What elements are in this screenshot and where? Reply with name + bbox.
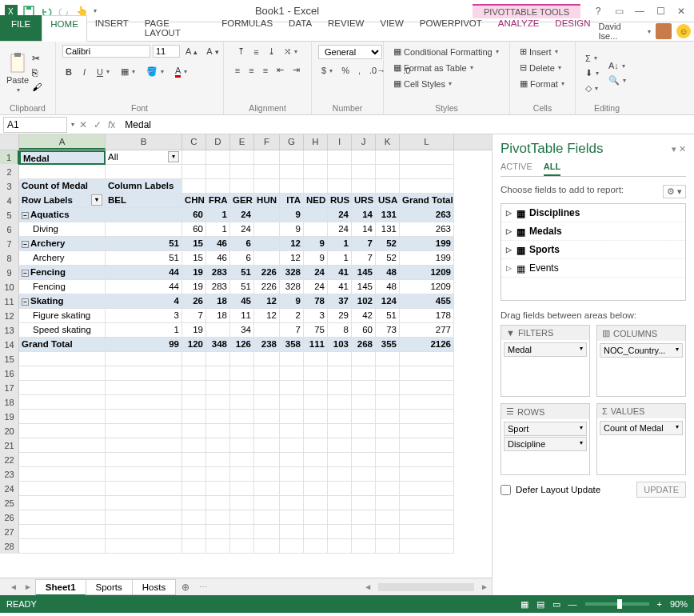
pane-tab-active[interactable]: ACTIVE (501, 162, 532, 176)
cell[interactable]: 34 (230, 323, 254, 338)
cell[interactable] (304, 165, 328, 179)
cell[interactable]: 37 (328, 294, 352, 309)
cell[interactable] (400, 179, 454, 194)
cell[interactable] (304, 352, 328, 366)
font-color-button[interactable]: A▾ (172, 64, 190, 79)
cell[interactable] (254, 410, 280, 424)
cell[interactable]: 328 (280, 280, 304, 294)
row-header[interactable]: 22 (0, 453, 19, 467)
columns-area[interactable]: ▥COLUMNS NOC_Country...▾ (596, 325, 686, 397)
cell[interactable] (182, 496, 206, 510)
cell[interactable] (230, 165, 254, 179)
cell[interactable] (106, 165, 182, 179)
cell[interactable] (206, 395, 230, 410)
scroll-left-icon[interactable]: ◄ (361, 582, 375, 591)
cell[interactable]: 15 (182, 237, 206, 251)
cell[interactable] (304, 208, 328, 222)
italic-button[interactable]: I (80, 64, 89, 79)
cell[interactable]: −Fencing (19, 266, 106, 280)
cell[interactable] (19, 410, 106, 424)
cell[interactable] (206, 410, 230, 424)
cell[interactable] (304, 496, 328, 510)
cell[interactable]: 102 (352, 294, 376, 309)
cell[interactable]: Diving (19, 222, 106, 237)
cell[interactable]: 455 (400, 294, 454, 309)
cell[interactable] (254, 496, 280, 510)
field-item[interactable]: ▷▦Sports (501, 241, 685, 259)
cell[interactable] (230, 453, 254, 467)
cell[interactable] (230, 366, 254, 381)
cell[interactable] (254, 438, 280, 453)
row-header[interactable]: 23 (0, 467, 19, 482)
cell[interactable] (376, 424, 400, 438)
cell[interactable] (328, 352, 352, 366)
cell[interactable]: 131 (376, 222, 400, 237)
cell[interactable]: 6 (230, 237, 254, 251)
cell[interactable] (352, 395, 376, 410)
cell[interactable] (106, 366, 182, 381)
cell[interactable] (352, 165, 376, 179)
cell[interactable] (182, 438, 206, 453)
cell[interactable] (106, 395, 182, 410)
cell[interactable] (400, 366, 454, 381)
row-header[interactable]: 18 (0, 395, 19, 410)
cell[interactable] (280, 410, 304, 424)
field-item[interactable]: ▷▦Medals (501, 222, 685, 241)
cell[interactable] (106, 482, 182, 496)
cell[interactable]: 15 (182, 251, 206, 266)
align-left-icon[interactable]: ≡ (232, 63, 243, 77)
cell[interactable]: 238 (254, 338, 280, 352)
cell[interactable]: BEL (106, 194, 182, 208)
cell[interactable]: 6 (230, 251, 254, 266)
cell[interactable] (400, 467, 454, 482)
cell[interactable]: 226 (254, 266, 280, 280)
cell[interactable] (400, 424, 454, 438)
area-field-item[interactable]: Sport▾ (504, 422, 587, 436)
cell[interactable] (376, 496, 400, 510)
cell[interactable] (106, 410, 182, 424)
cell[interactable] (352, 453, 376, 467)
cell[interactable] (400, 496, 454, 510)
cell[interactable] (106, 510, 182, 525)
cell[interactable]: 51 (106, 251, 182, 266)
cell[interactable]: 7 (182, 309, 206, 323)
cell[interactable] (304, 539, 328, 554)
cell[interactable] (182, 165, 206, 179)
cell[interactable]: 12 (254, 294, 280, 309)
cell[interactable]: 2126 (400, 338, 454, 352)
cell[interactable] (352, 366, 376, 381)
cell[interactable] (230, 467, 254, 482)
row-header[interactable]: 13 (0, 323, 19, 338)
cell[interactable] (376, 165, 400, 179)
cell[interactable]: 24 (304, 266, 328, 280)
cell[interactable]: 283 (206, 266, 230, 280)
cell[interactable]: 52 (376, 251, 400, 266)
cell[interactable] (19, 352, 106, 366)
cell[interactable] (304, 424, 328, 438)
row-header[interactable]: 8 (0, 251, 19, 266)
cell[interactable] (19, 467, 106, 482)
cell[interactable] (206, 352, 230, 366)
cell[interactable] (280, 453, 304, 467)
cell[interactable] (376, 410, 400, 424)
cell[interactable] (376, 467, 400, 482)
cell[interactable] (230, 525, 254, 539)
cell[interactable] (328, 510, 352, 525)
cell[interactable]: 283 (206, 280, 230, 294)
cell[interactable] (280, 381, 304, 395)
cell[interactable] (328, 467, 352, 482)
cell[interactable] (352, 539, 376, 554)
cell[interactable] (206, 150, 230, 165)
cell[interactable]: 7 (352, 237, 376, 251)
cell[interactable] (206, 366, 230, 381)
cell[interactable]: 348 (206, 338, 230, 352)
pane-tools-icon[interactable]: ⚙ ▾ (663, 185, 686, 198)
formula-input[interactable] (120, 118, 694, 132)
zoom-in-icon[interactable]: + (657, 599, 662, 609)
column-header-L[interactable]: L (400, 134, 454, 150)
cell[interactable]: 48 (376, 266, 400, 280)
filters-area[interactable]: ▼FILTERS Medal▾ (501, 325, 590, 397)
cell[interactable]: 1209 (400, 280, 454, 294)
cell[interactable]: 145 (352, 280, 376, 294)
cell[interactable]: 14 (352, 208, 376, 222)
